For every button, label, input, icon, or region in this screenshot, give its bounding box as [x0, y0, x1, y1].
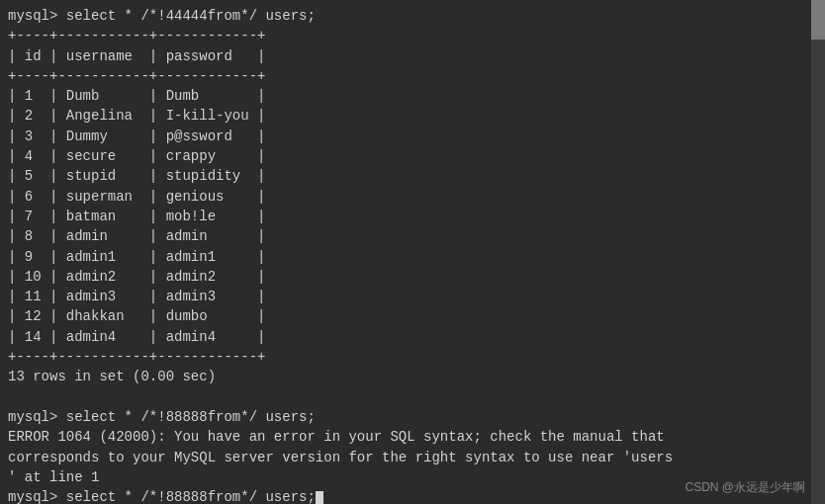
- command2: mysql> select * /*!88888from*/ users;: [8, 409, 316, 425]
- scrollbar-thumb[interactable]: [811, 0, 825, 40]
- table-border-bottom: +----+-----------+------------+: [8, 349, 265, 365]
- command1: mysql> select * /*!44444from*/ users;: [8, 8, 316, 24]
- cursor-blink: [316, 491, 323, 504]
- error-line3: ' at line 1: [8, 469, 99, 485]
- command3: mysql> select * /*!88888from*/ users;: [8, 489, 316, 504]
- terminal-window: mysql> select * /*!44444from*/ users; +-…: [0, 0, 825, 504]
- table-row-2: | 2 | Angelina | I-kill-you |: [8, 108, 265, 124]
- table-row-11: | 11 | admin3 | admin3 |: [8, 289, 265, 304]
- terminal-content: mysql> select * /*!44444from*/ users; +-…: [8, 6, 817, 504]
- scrollbar[interactable]: [811, 0, 825, 504]
- table-border-top: +----+-----------+------------+: [8, 28, 265, 43]
- table-row-4: | 4 | secure | crappy |: [8, 148, 265, 164]
- table-row-8: | 8 | admin | admin |: [8, 228, 265, 244]
- error-line1: ERROR 1064 (42000): You have an error in…: [8, 429, 665, 445]
- table-row-7: | 7 | batman | mob!le |: [8, 209, 265, 224]
- table-row-1: | 1 | Dumb | Dumb |: [8, 88, 265, 104]
- table-border-mid: +----+-----------+------------+: [8, 68, 265, 84]
- watermark: CSDN @永远是少年啊: [685, 479, 805, 496]
- error-line2: corresponds to your MySQL server version…: [8, 450, 673, 465]
- table-row-5: | 5 | stupid | stupidity |: [8, 168, 265, 184]
- table-row-3: | 3 | Dummy | p@ssword |: [8, 128, 265, 144]
- table-row-12: | 12 | dhakkan | dumbo |: [8, 308, 265, 324]
- table-header: | id | username | password |: [8, 48, 265, 64]
- table-row-6: | 6 | superman | genious |: [8, 189, 265, 205]
- table-row-9: | 9 | admin1 | admin1 |: [8, 249, 265, 265]
- row-count: 13 rows in set (0.00 sec): [8, 369, 216, 384]
- table-row-13: | 14 | admin4 | admin4 |: [8, 329, 265, 345]
- table-row-10: | 10 | admin2 | admin2 |: [8, 269, 265, 285]
